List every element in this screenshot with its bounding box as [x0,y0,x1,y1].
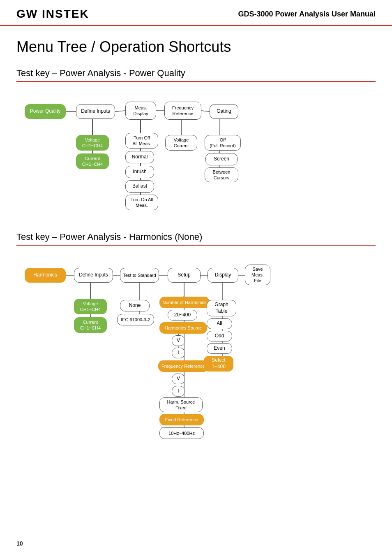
node-voltage-1: VoltageCH1~CH4 [76,135,109,151]
node-inrush: Inrush [125,166,154,178]
node-fixed-ref: Fixed Reference [159,414,204,425]
node-harm-i: I [172,348,185,358]
node-normal: Normal [125,151,154,163]
svg-line-1 [115,111,125,111]
node-define-inputs-2: Define Inputs [74,268,113,283]
page-content: Menu Tree / Operation Shortcuts Test key… [0,26,392,478]
node-setup: Setup [168,268,201,283]
node-harm-source-fixed: Harm. SourceFixed [159,397,203,412]
node-freq-volt-curr: VoltageCurrent [165,135,197,151]
node-current-1: CurrentCH1~CH4 [76,153,109,169]
node-screen: Screen [205,153,238,165]
node-even: Even [207,343,232,354]
section1-divider [16,81,376,82]
node-off-full-record: Off(Full Record) [205,135,241,151]
section2-divider [16,245,376,246]
node-turn-off: Turn OffAll Meas. [125,133,158,149]
node-freq-i: I [172,386,185,397]
node-harm-source: Harmonics Source [159,322,207,334]
node-hz: 10Hz~400Hz [159,427,204,439]
header: GW INSTEK GDS-3000 Power Analysis User M… [0,0,392,26]
diagram1: Power Quality Define Inputs Meas. Displa… [16,92,376,215]
node-display: Display [208,268,238,283]
node-freq-ref-2: Frequency Reference [158,360,208,372]
section2-title: Test key – Power Analysis - Harmonics (N… [16,232,376,242]
node-freq-v: V [172,374,185,384]
main-title: Menu Tree / Operation Shortcuts [16,38,376,56]
node-20-400: 20~400 [168,310,197,320]
node-odd: Odd [207,331,232,341]
node-between-cursors: BetweenCursors [205,167,238,182]
page-number: 10 [16,540,23,547]
node-graph-table: GraphTable [207,300,236,316]
node-select: Select1~400 [204,356,233,372]
node-harm-v: V [172,335,185,346]
section1-title: Test key – Power Analysis - Power Qualit… [16,68,376,79]
node-test-to-standard: Test to Standard [120,268,159,283]
node-ballast: Ballast [125,180,154,193]
logo-text: GW INSTEK [16,7,89,20]
node-gating: Gating [210,104,238,119]
node-harmonics: Harmonics [25,268,66,283]
svg-line-3 [201,111,210,111]
node-current-2: CurrentCH1~CH4 [74,317,107,333]
node-none: None [120,300,150,311]
node-define-inputs-1: Define Inputs [76,104,115,119]
node-num-harmonics: Number of Harmonics [159,297,210,308]
node-all: All [207,318,232,329]
node-meas-display: Meas. Display [125,102,156,120]
node-voltage-2: VoltageCH1~CH4 [74,299,107,314]
node-iec: IEC 61000-3-2 [117,314,154,325]
node-save-meas-file: SaveMeas.File [245,265,270,285]
node-freq-reference: Frequency Reference [164,102,201,120]
logo: GW INSTEK [16,7,89,21]
node-turn-on-all: Turn On AllMeas. [125,195,158,210]
node-power-quality: Power Quality [25,104,66,119]
diagram2: Harmonics Define Inputs Test to Standard… [16,255,376,445]
header-title: GDS-3000 Power Analysis User Manual [238,10,376,19]
